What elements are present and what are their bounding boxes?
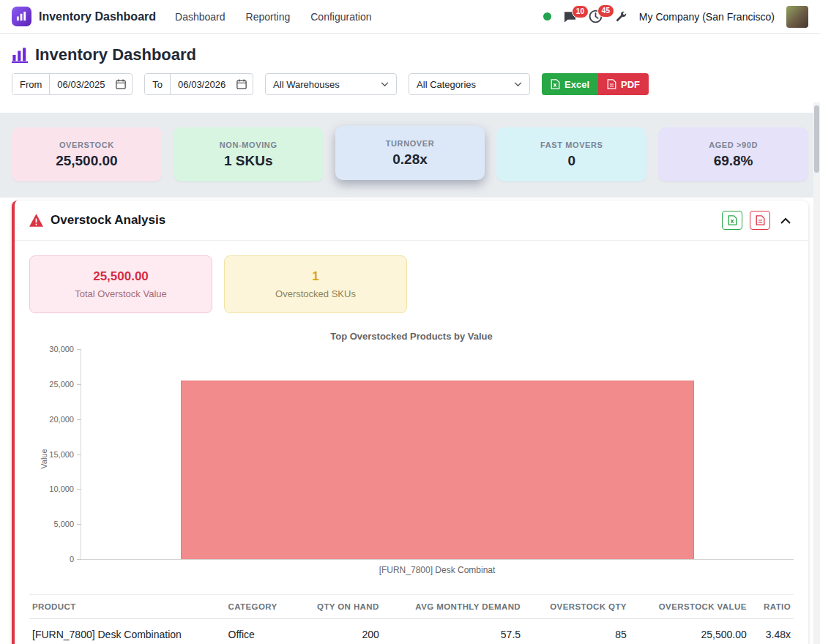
kpi-strip: OVERSTOCK 25,500.00 NON-MOVING 1 SKUs TU… (0, 113, 820, 198)
kpi-card-non-moving[interactable]: NON-MOVING 1 SKUs (174, 127, 324, 181)
kpi-card-turnover[interactable]: TURNOVER 0.28x (335, 126, 485, 180)
app-logo[interactable] (12, 7, 31, 26)
from-calendar-button[interactable] (114, 79, 132, 89)
pdf-button-label: PDF (621, 79, 640, 90)
kpi-value: 25,500.00 (56, 153, 118, 169)
kpi-card-aged[interactable]: AGED >90D 69.8% (658, 127, 808, 181)
col-ratio[interactable]: RATIO (751, 595, 794, 619)
col-overstock-qty[interactable]: OVERSTOCK QTY (525, 595, 631, 619)
col-category[interactable]: CATEGORY (224, 595, 296, 619)
panel-pdf-button[interactable] (750, 211, 770, 230)
kpi-value: 1 SKUs (224, 153, 273, 169)
app-logo-icon (16, 11, 27, 22)
stat-label: Overstocked SKUs (275, 288, 356, 299)
chart-xlabels: [FURN_7800] Desk Combinat (81, 560, 794, 575)
warehouse-select-value: All Warehouses (273, 79, 340, 90)
table-row[interactable]: [FURN_7800] Desk Combination Office 200 … (29, 619, 794, 644)
kpi-value: 69.8% (714, 153, 753, 169)
chart-plot: 05,00010,00015,00020,00025,00030,000 (81, 349, 794, 560)
warehouse-select[interactable]: All Warehouses (265, 73, 397, 95)
panel-excel-button[interactable] (722, 211, 742, 230)
col-product[interactable]: PRODUCT (29, 595, 224, 619)
calendar-icon (236, 79, 247, 89)
pdf-file-icon (607, 79, 616, 89)
page-title: Inventory Dashboard (35, 45, 196, 64)
panel-actions (722, 211, 794, 230)
user-avatar[interactable] (786, 6, 808, 28)
chart-bar-0[interactable] (181, 381, 694, 559)
kpi-label: TURNOVER (386, 139, 435, 148)
stat-total-overstock-value: 25,500.00 Total Overstock Value (29, 255, 212, 313)
category-select-value: All Categories (417, 79, 476, 90)
page-header: Inventory Dashboard (0, 34, 820, 69)
app-title[interactable]: Inventory Dashboard (39, 10, 156, 23)
category-select[interactable]: All Categories (409, 73, 530, 95)
kpi-label: NON-MOVING (220, 141, 277, 149)
overstock-analysis-panel: Overstock Analysis (12, 201, 808, 644)
pdf-export-button[interactable]: PDF (598, 73, 649, 95)
from-date-input[interactable] (50, 74, 114, 94)
table-header-row: PRODUCT CATEGORY QTY ON HAND AVG MONTHLY… (29, 595, 794, 619)
stat-row: 25,500.00 Total Overstock Value 1 Overst… (29, 255, 794, 313)
nav-reporting[interactable]: Reporting (246, 11, 291, 23)
activities-button[interactable]: 45 (589, 10, 603, 23)
excel-export-button[interactable]: Excel (542, 73, 598, 95)
scrollbar-thumb[interactable] (814, 105, 819, 173)
panel-collapse-button[interactable] (778, 216, 794, 225)
to-date-input[interactable] (171, 74, 235, 94)
chart-canvas: Value 05,00010,00015,00020,00025,00030,0… (81, 349, 794, 575)
messages-button[interactable]: 10 (563, 10, 577, 23)
activities-badge: 45 (597, 4, 614, 18)
stat-value: 1 (312, 269, 318, 284)
from-date-group: From (12, 73, 133, 95)
online-status-dot (543, 12, 551, 20)
overstock-bar-chart: Top Overstocked Products by Value Value … (29, 331, 794, 575)
chart-y-axis-title: Value (40, 449, 48, 468)
chevron-down-icon (514, 82, 522, 87)
to-calendar-button[interactable] (235, 79, 253, 89)
company-switcher[interactable]: My Company (San Francisco) (639, 11, 775, 23)
cell-qty-on-hand: 200 (296, 619, 384, 644)
filter-bar: From To All Warehouses (0, 69, 820, 104)
panel-body: 25,500.00 Total Overstock Value 1 Overst… (15, 241, 808, 644)
stat-label: Total Overstock Value (75, 288, 166, 299)
col-overstock-value[interactable]: OVERSTOCK VALUE (631, 595, 751, 619)
wrench-icon (614, 10, 627, 23)
chevron-down-icon (381, 82, 389, 87)
tools-button[interactable] (614, 10, 627, 23)
export-buttons: Excel PDF (542, 73, 649, 95)
panel-title: Overstock Analysis (51, 213, 165, 228)
chevron-up-icon (780, 217, 791, 224)
top-navbar: Inventory Dashboard Dashboard Reporting … (0, 0, 820, 34)
excel-file-icon (551, 79, 560, 89)
messages-badge: 10 (572, 5, 589, 18)
kpi-label: FAST MOVERS (540, 141, 603, 149)
bar-slot (81, 349, 794, 559)
kpi-value: 0.28x (392, 151, 428, 168)
calendar-icon (116, 79, 126, 89)
kpi-label: AGED >90D (709, 141, 758, 149)
cell-category: Office (224, 619, 296, 644)
panel-header: Overstock Analysis (15, 201, 808, 241)
cell-ratio: 3.48x (751, 619, 794, 644)
vertical-scrollbar[interactable] (813, 102, 820, 644)
col-avg-monthly-demand[interactable]: AVG MONTHLY DEMAND (384, 595, 525, 619)
pdf-file-icon (756, 215, 765, 225)
cell-overstock-value: 25,500.00 (631, 619, 751, 644)
kpi-card-overstock[interactable]: OVERSTOCK 25,500.00 (12, 127, 162, 181)
cell-avg-monthly-demand: 57.5 (384, 619, 525, 644)
stat-overstocked-skus: 1 Overstocked SKUs (224, 255, 407, 313)
to-label: To (145, 74, 171, 94)
excel-file-icon (728, 215, 737, 225)
kpi-card-fast-movers[interactable]: FAST MOVERS 0 (496, 127, 646, 181)
x-axis-label: [FURN_7800] Desk Combinat (81, 565, 794, 575)
nav-configuration[interactable]: Configuration (310, 11, 371, 23)
kpi-value: 0 (568, 153, 576, 169)
from-label: From (12, 74, 50, 94)
to-date-group: To (144, 73, 253, 95)
cell-overstock-qty: 85 (525, 619, 631, 644)
col-qty-on-hand[interactable]: QTY ON HAND (296, 595, 384, 619)
dashboard-chart-icon (12, 47, 28, 63)
nav-dashboard[interactable]: Dashboard (175, 11, 225, 23)
cell-product: [FURN_7800] Desk Combination (29, 619, 224, 644)
